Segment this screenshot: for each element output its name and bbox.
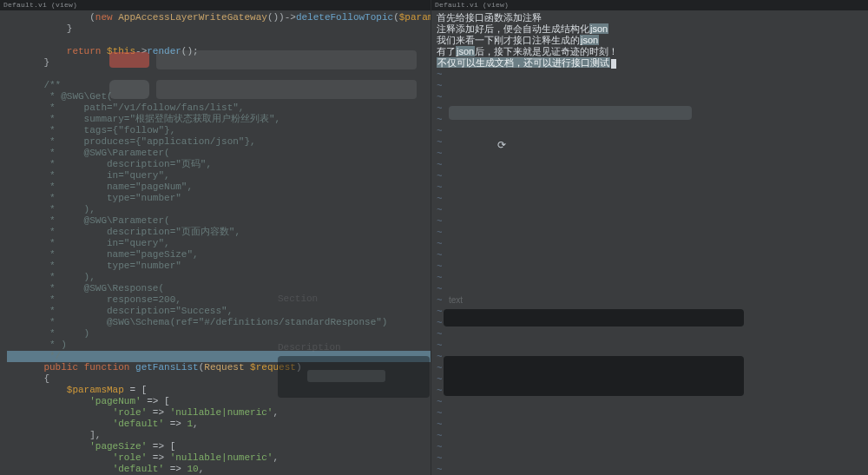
vim-tilde: ~ <box>437 431 443 442</box>
vim-tilde: ~ <box>437 160 443 171</box>
vim-tilde: ~ <box>437 171 443 182</box>
code-line[interactable]: * @SWG\Response( <box>7 283 431 294</box>
code-line[interactable]: 'pageSize' => [ <box>7 441 431 452</box>
right-pane: Default.vi (view) 首先给接口函数添加注释 注释添加好后，便会自… <box>431 0 868 475</box>
code-line[interactable] <box>7 69 431 80</box>
code-line[interactable]: /** <box>7 80 431 91</box>
code-line[interactable]: * ) <box>7 340 431 351</box>
vim-tilde: ~ <box>437 205 443 216</box>
vim-tilde: ~ <box>437 318 443 329</box>
split-root: Default.vi (view) (new AppAccessLayerWri… <box>0 0 868 475</box>
right-faint-bar <box>449 106 692 120</box>
vim-tilde: ~ <box>437 194 443 205</box>
vim-tilde: ~ <box>437 374 443 386</box>
vim-tilde: ~ <box>437 239 443 250</box>
vim-tilde: ~ <box>437 216 443 228</box>
right-line-3: 我们来看一下刚才接口注释生成的json <box>437 35 863 46</box>
right-titlebar: Default.vi (view) <box>431 0 868 10</box>
code-line[interactable]: * ) <box>7 328 431 340</box>
code-line[interactable]: public function getFansList(Request $req… <box>7 362 431 373</box>
code-line[interactable] <box>7 35 431 46</box>
vim-tilde: ~ <box>437 386 443 397</box>
right-line-5: 不仅可以生成文档，还可以进行接口测试 <box>437 57 863 69</box>
left-code-editor[interactable]: (new AppAccessLayerWriteGateway())->dele… <box>0 10 431 475</box>
vim-tilde: ~ <box>437 295 443 307</box>
vim-tilde: ~ <box>437 397 443 408</box>
vim-tilde: ~ <box>437 261 443 273</box>
code-line[interactable]: * @SWG\Schema(ref="#/definitions/standar… <box>7 317 431 328</box>
code-line[interactable]: * type="number" <box>7 261 431 272</box>
code-line[interactable]: */ <box>7 351 431 362</box>
vim-tilde: ~ <box>437 442 443 453</box>
right-line-1: 首先给接口函数添加注释 <box>437 12 863 23</box>
code-line[interactable]: * description="Success", <box>7 306 431 317</box>
right-ov-label-1: text <box>449 295 463 305</box>
left-pane: Default.vi (view) (new AppAccessLayerWri… <box>0 0 431 475</box>
vim-tilde: ~ <box>437 340 443 352</box>
code-line[interactable]: 'role' => 'nullable|numeric', <box>7 452 431 464</box>
vim-tilde: ~ <box>437 148 443 160</box>
code-line[interactable]: 'pageNum' => [ <box>7 396 431 407</box>
code-line[interactable]: * type="number" <box>7 193 431 204</box>
code-line[interactable]: * @SWG\Parameter( <box>7 148 431 159</box>
vim-tilde: ~ <box>437 81 443 92</box>
ins-json-3: json <box>456 46 475 56</box>
code-line[interactable]: * in="query", <box>7 238 431 249</box>
vim-tilde: ~ <box>437 250 443 261</box>
vim-tilde: ~ <box>437 69 443 81</box>
code-line[interactable]: * @SWG\Parameter( <box>7 215 431 227</box>
vim-tilde: ~ <box>437 115 443 126</box>
vim-tilde: ~ <box>437 284 443 295</box>
code-line[interactable]: 'role' => 'nullable|numeric', <box>7 407 431 419</box>
right-line-4: 有了json后，接下来就是见证奇迹的时刻！ <box>437 46 863 57</box>
vim-tilde: ~ <box>437 103 443 115</box>
right-dark-panel-2 <box>444 356 744 396</box>
loading-spinner-icon: ⟳ <box>497 139 506 152</box>
right-line-2: 注释添加好后，便会自动生成结构化json <box>437 23 863 35</box>
code-line[interactable]: * name="pageSize", <box>7 249 431 261</box>
vim-tilde: ~ <box>437 92 443 103</box>
vim-tilde: ~ <box>437 126 443 137</box>
code-line[interactable]: { <box>7 373 431 385</box>
vim-tilde: ~ <box>437 465 443 475</box>
code-line[interactable]: } <box>7 57 431 69</box>
code-line[interactable]: (new AppAccessLayerWriteGateway())->dele… <box>7 12 431 23</box>
code-line[interactable]: ], <box>7 430 431 441</box>
code-line[interactable]: * description="页码", <box>7 159 431 170</box>
vim-tilde: ~ <box>437 273 443 284</box>
code-line[interactable]: return $this->render(); <box>7 46 431 57</box>
vim-tilde: ~ <box>437 329 443 340</box>
ins-json-2: json <box>580 35 599 45</box>
code-line[interactable]: 'default' => 10, <box>7 464 431 475</box>
vim-tilde: ~ <box>437 307 443 318</box>
code-line[interactable]: * path="/v1/follow/fans/list", <box>7 102 431 114</box>
code-line[interactable]: $paramsMap = [ <box>7 385 431 396</box>
code-line[interactable]: * ), <box>7 272 431 283</box>
vim-tilde: ~ <box>437 453 443 465</box>
right-dark-panel-1 <box>444 309 744 327</box>
left-titlebar: Default.vi (view) <box>0 0 431 10</box>
vim-tilde: ~ <box>437 419 443 431</box>
code-line[interactable]: * produces={"application/json"}, <box>7 136 431 148</box>
vim-tilde: ~ <box>437 182 443 194</box>
code-line[interactable]: * @SWG\Get( <box>7 91 431 102</box>
code-line[interactable]: } <box>7 23 431 35</box>
code-line[interactable]: * tags={"follow"}, <box>7 125 431 136</box>
code-line[interactable]: * description="页面内容数", <box>7 227 431 238</box>
text-cursor <box>611 59 616 69</box>
code-line[interactable]: 'default' => 1, <box>7 419 431 430</box>
code-line[interactable]: * summary="根据登陆状态获取用户粉丝列表", <box>7 114 431 125</box>
vim-tilde: ~ <box>437 137 443 148</box>
right-annotation-text[interactable]: 首先给接口函数添加注释 注释添加好后，便会自动生成结构化json 我们来看一下刚… <box>431 10 868 70</box>
vim-tilde: ~ <box>437 352 443 363</box>
vim-tilde: ~ <box>437 408 443 419</box>
vim-tilde: ~ <box>437 363 443 374</box>
code-line[interactable]: * in="query", <box>7 170 431 181</box>
code-line[interactable]: * response=200, <box>7 294 431 306</box>
code-line[interactable]: * name="pageNum", <box>7 181 431 193</box>
vim-tilde: ~ <box>437 228 443 239</box>
code-line[interactable]: * ), <box>7 204 431 215</box>
ins-json-1: json <box>589 23 608 34</box>
